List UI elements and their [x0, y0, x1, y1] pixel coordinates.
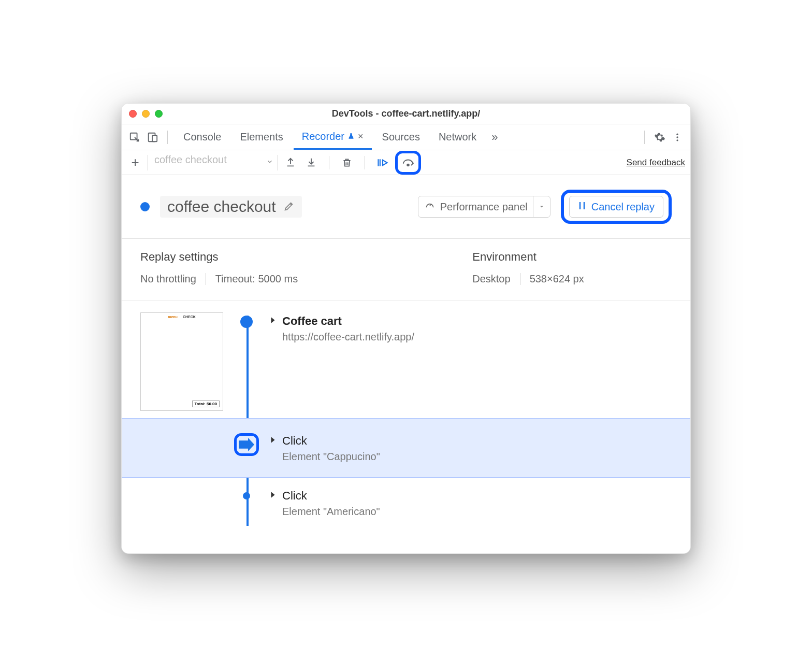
flask-icon [347, 131, 355, 142]
tab-elements[interactable]: Elements [231, 124, 291, 150]
svg-point-3 [676, 133, 678, 135]
tab-network[interactable]: Network [430, 124, 485, 150]
main-tabs-bar: Console Elements Recorder × Sources Netw… [122, 124, 690, 150]
recorder-toolbar: + coffee checkout Send feedback [122, 150, 690, 175]
step-title: Click [282, 433, 380, 449]
environment-settings: Environment Desktop 538×624 px [472, 250, 672, 285]
svg-point-6 [407, 164, 409, 166]
maximize-window-button[interactable] [155, 110, 163, 118]
recording-name[interactable]: coffee checkout [160, 196, 302, 218]
divider [644, 131, 645, 144]
replay-settings-title: Replay settings [140, 250, 472, 264]
step-thumbnail: menuCHECK Total: $0.00 [140, 312, 223, 411]
step-subtitle: Element "Cappucino" [282, 449, 380, 464]
close-tab-icon[interactable]: × [358, 131, 364, 142]
divider [206, 273, 206, 285]
timeout-value[interactable]: Timeout: 5000 ms [215, 273, 298, 285]
current-step-arrow-icon [239, 438, 254, 451]
settings-row: Replay settings No throttling Timeout: 5… [122, 239, 690, 301]
step-row[interactable]: Click Element "Cappucino" [122, 418, 690, 478]
step-title: Coffee cart [282, 313, 414, 330]
svg-rect-2 [152, 135, 157, 141]
step-title: Click [282, 488, 380, 504]
pause-icon [578, 201, 586, 213]
close-window-button[interactable] [129, 110, 137, 118]
export-icon[interactable] [282, 154, 299, 171]
device-toggle-icon[interactable] [144, 130, 160, 145]
environment-title: Environment [472, 250, 672, 264]
step-subtitle: https://coffee-cart.netlify.app/ [282, 330, 414, 344]
cancel-replay-highlight: Cancel replay [561, 190, 672, 224]
traffic-lights [129, 110, 163, 118]
svg-point-4 [676, 136, 678, 138]
tab-recorder[interactable]: Recorder × [294, 124, 372, 150]
titlebar: DevTools - coffee-cart.netlify.app/ [122, 104, 690, 124]
import-icon[interactable] [303, 154, 320, 171]
tab-recorder-label: Recorder [302, 131, 344, 142]
divider [520, 273, 520, 285]
recording-name-text: coffee checkout [167, 198, 276, 216]
more-tabs-icon[interactable]: » [487, 130, 502, 145]
step-row[interactable]: menuCHECK Total: $0.00 Coffee cart https… [122, 301, 690, 418]
svg-point-5 [676, 139, 678, 141]
current-step-highlight [234, 433, 259, 456]
step-subtitle: Element "Americano" [282, 504, 380, 519]
gauge-icon [425, 201, 435, 213]
delete-icon[interactable] [339, 154, 355, 171]
dimensions-value: 538×624 px [530, 273, 584, 285]
send-feedback-link[interactable]: Send feedback [627, 158, 685, 168]
tab-console[interactable]: Console [175, 124, 229, 150]
expand-caret-icon[interactable] [270, 436, 276, 464]
step-over-icon[interactable] [400, 154, 416, 171]
expand-caret-icon[interactable] [270, 317, 276, 344]
window-title: DevTools - coffee-cart.netlify.app/ [332, 108, 480, 119]
replay-icon[interactable] [374, 154, 391, 171]
steps-area: menuCHECK Total: $0.00 Coffee cart https… [122, 301, 690, 553]
divider [329, 156, 329, 169]
thumbnail-total: Total: $0.00 [192, 401, 220, 407]
recording-selector-value: coffee checkout [148, 154, 278, 172]
divider [167, 131, 168, 144]
step-over-highlight [395, 151, 421, 175]
cancel-replay-button[interactable]: Cancel replay [569, 196, 663, 218]
recording-selector[interactable]: coffee checkout [148, 155, 278, 170]
settings-gear-icon[interactable] [652, 130, 668, 145]
throttling-value[interactable]: No throttling [140, 273, 196, 285]
replay-settings: Replay settings No throttling Timeout: 5… [140, 250, 472, 285]
kebab-menu-icon[interactable] [670, 130, 685, 145]
recording-status-dot [140, 202, 150, 211]
timeline-marker-dot [240, 316, 253, 328]
minimize-window-button[interactable] [142, 110, 150, 118]
chevron-down-icon [533, 196, 545, 217]
devtools-window: DevTools - coffee-cart.netlify.app/ Cons… [121, 103, 691, 554]
performance-panel-select[interactable]: Performance panel [418, 196, 550, 218]
step-row[interactable]: Click Element "Americano" [122, 478, 690, 526]
inspect-element-icon[interactable] [127, 130, 142, 145]
device-value: Desktop [472, 273, 510, 285]
performance-panel-label: Performance panel [440, 201, 528, 213]
edit-name-icon[interactable] [283, 198, 295, 216]
new-recording-button[interactable]: + [127, 154, 143, 171]
tab-sources[interactable]: Sources [374, 124, 428, 150]
expand-caret-icon[interactable] [270, 491, 276, 519]
divider [365, 156, 365, 169]
timeline-marker-dot [243, 492, 250, 499]
cancel-replay-label: Cancel replay [591, 201, 655, 213]
recording-header: coffee checkout Performance panel Cancel… [122, 175, 690, 239]
